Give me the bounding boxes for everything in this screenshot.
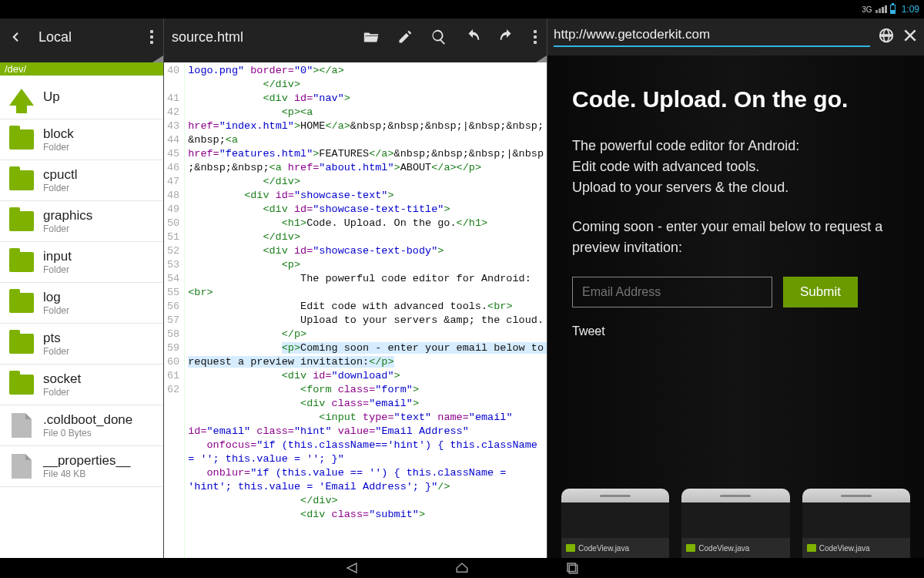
- list-item[interactable]: inputFolder: [0, 242, 163, 283]
- url-field[interactable]: http://www.getcoderkit.com: [554, 27, 870, 47]
- folder-icon: [9, 211, 34, 231]
- file-list[interactable]: Up blockFolder cpuctlFolder graphicsFold…: [0, 76, 163, 558]
- globe-icon: [878, 27, 895, 44]
- edit-button[interactable]: [388, 18, 422, 55]
- folder-open-icon: [363, 29, 380, 45]
- preview-headline: Code. Upload. On the go.: [572, 86, 899, 113]
- search-icon: [430, 29, 447, 45]
- network-label: 3G: [862, 5, 872, 14]
- signal-bars-icon: [875, 5, 887, 13]
- file-browser-title: Local: [31, 29, 140, 45]
- list-item[interactable]: socketFolder: [0, 365, 163, 405]
- redo-icon: [498, 29, 515, 45]
- up-directory[interactable]: Up: [0, 76, 163, 119]
- folder-icon: [686, 544, 695, 552]
- list-item[interactable]: __properties__File 48 KB: [0, 446, 163, 487]
- editor-pane: source.html 4041424344454647484950515253…: [163, 18, 547, 558]
- editor-toolbar: source.html: [164, 18, 547, 55]
- preview-pane: http://www.getcoderkit.com Code. Upload.…: [547, 18, 924, 558]
- list-item[interactable]: ptsFolder: [0, 324, 163, 365]
- up-label: Up: [43, 89, 60, 105]
- folder-icon: [9, 129, 34, 150]
- code-editor[interactable]: 4041424344454647484950515253545556575859…: [164, 62, 547, 558]
- chevron-left-icon: [8, 30, 22, 44]
- undo-button[interactable]: [456, 18, 490, 55]
- preview-phone-mockups: CodeView.java CodeView.java CodeView.jav…: [547, 489, 924, 558]
- search-button[interactable]: [422, 18, 456, 55]
- close-icon: [902, 28, 918, 43]
- list-item[interactable]: graphicsFolder: [0, 201, 163, 242]
- globe-button[interactable]: [878, 27, 895, 47]
- file-browser-toolbar: Local: [0, 18, 163, 55]
- back-button[interactable]: [0, 30, 31, 44]
- file-icon: [12, 413, 32, 438]
- preview-body-1: The powerful code editor for Android:Edi…: [572, 136, 899, 198]
- list-item[interactable]: logFolder: [0, 283, 163, 324]
- undo-icon: [464, 29, 481, 45]
- folder-icon: [9, 170, 34, 190]
- editor-tab-indicator: [164, 55, 547, 62]
- redo-button[interactable]: [490, 18, 524, 55]
- android-status-bar: 3G 1:09: [0, 0, 924, 18]
- list-item[interactable]: .coldboot_doneFile 0 Bytes: [0, 405, 163, 446]
- editor-overflow-button[interactable]: [524, 30, 547, 44]
- folder-icon: [9, 375, 34, 395]
- folder-icon: [9, 252, 34, 272]
- list-item[interactable]: cpuctlFolder: [0, 160, 163, 201]
- android-nav-bar: [0, 558, 924, 578]
- clock: 1:09: [902, 4, 919, 15]
- tab-indicator: [0, 55, 163, 62]
- nav-home-icon[interactable]: [453, 561, 471, 575]
- nav-back-icon[interactable]: [343, 561, 360, 575]
- submit-button[interactable]: Submit: [783, 277, 858, 307]
- open-button[interactable]: [354, 18, 388, 55]
- overflow-menu-button[interactable]: [140, 30, 163, 44]
- editor-filename: source.html: [164, 29, 354, 45]
- pencil-icon: [397, 29, 413, 45]
- preview-content[interactable]: Code. Upload. On the go. The powerful co…: [547, 55, 924, 558]
- breadcrumb[interactable]: /dev/: [0, 62, 163, 76]
- file-browser-pane: Local /dev/ Up blockFolder cpuctlFolder …: [0, 18, 163, 558]
- code-content[interactable]: logo.png" border="0"></a> </div> <div id…: [185, 62, 547, 558]
- folder-icon: [9, 293, 34, 313]
- preview-body-2: Coming soon - enter your email below to …: [572, 217, 899, 258]
- list-item[interactable]: blockFolder: [0, 119, 163, 160]
- file-icon: [12, 454, 32, 479]
- preview-url-bar: http://www.getcoderkit.com: [547, 18, 924, 55]
- email-field[interactable]: [572, 277, 772, 307]
- line-number-gutter: 4041424344454647484950515253545556575859…: [164, 62, 185, 558]
- nav-recents-icon[interactable]: [564, 561, 581, 575]
- folder-icon: [566, 544, 575, 552]
- tweet-link[interactable]: Tweet: [572, 324, 899, 338]
- up-arrow-icon: [9, 89, 34, 106]
- folder-icon: [9, 334, 34, 354]
- close-preview-button[interactable]: [902, 28, 918, 46]
- folder-icon: [807, 544, 816, 552]
- battery-icon: [890, 5, 896, 14]
